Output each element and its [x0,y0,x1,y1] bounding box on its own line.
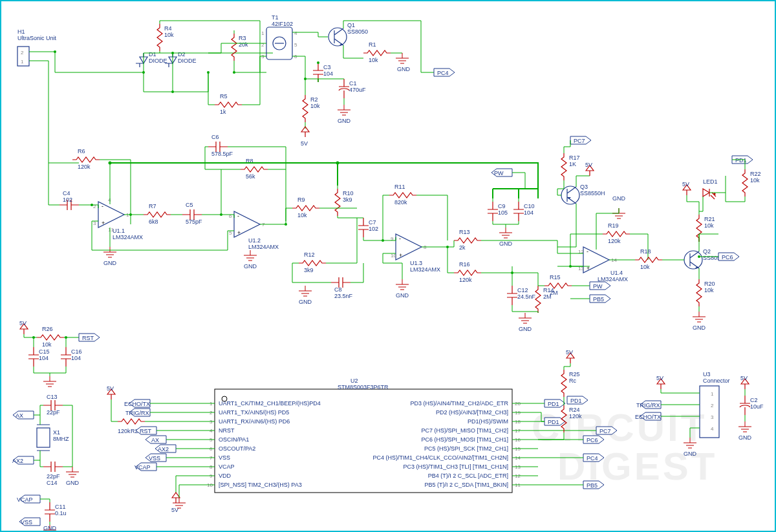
svg-text:PD1: PD1 [548,401,559,407]
svg-text:11: 11 [108,227,114,233]
svg-text:R19: R19 [608,222,619,229]
svg-text:120k: 120k [459,277,472,283]
svg-text:UART1_TX/AIN5/(HS) PD5: UART1_TX/AIN5/(HS) PD5 [219,409,289,416]
svg-text:LM324AMX: LM324AMX [113,234,143,240]
svg-text:R5: R5 [220,93,228,100]
svg-text:VCAP: VCAP [17,496,33,503]
svg-text:AX: AX [16,412,23,419]
svg-text:104: 104 [323,70,333,77]
svg-point-47 [233,71,235,74]
svg-text:5V: 5V [19,320,27,326]
svg-text:2k: 2k [459,244,466,251]
svg-point-6 [54,50,56,53]
svg-text:102: 102 [369,226,378,232]
svg-text:1k: 1k [220,109,226,115]
svg-text:4: 4 [294,30,297,36]
svg-text:6k8: 6k8 [149,218,158,225]
svg-text:AX: AX [151,437,159,443]
svg-text:2: 2 [93,204,96,209]
svg-text:R3: R3 [239,35,246,41]
svg-text:24.5nF: 24.5nF [517,293,536,300]
svg-point-160 [32,336,35,339]
svg-point-100 [109,162,112,165]
svg-text:104: 104 [71,355,81,361]
svg-text:DIODE: DIODE [178,58,197,64]
svg-text:RST: RST [140,428,152,434]
svg-text:PW: PW [593,283,603,290]
svg-text:10k: 10k [42,341,52,348]
svg-text:PB5 (T)/I 2 C_SDA [TIM1_BKIN]: PB5 (T)/I 2 C_SDA [TIM1_BKIN] [424,482,508,488]
svg-text:LM324AMX: LM324AMX [598,276,628,282]
svg-text:C9: C9 [498,203,506,209]
svg-text:PC3 (HS)/TIM1_CH3 [TLI] [TIM1_: PC3 (HS)/TIM1_CH3 [TLI] [TIM1_CH1N] [403,463,508,470]
svg-text:PD1: PD1 [548,419,559,425]
svg-point-11 [142,71,145,74]
svg-text:R1: R1 [369,41,376,48]
svg-text:GND: GND [244,263,257,270]
svg-point-35 [317,61,319,64]
svg-text:AX2: AX2 [158,446,169,452]
svg-text:R22: R22 [750,171,761,177]
svg-text:4: 4 [711,426,714,432]
svg-text:1: 1 [21,59,24,65]
svg-text:102: 102 [63,197,72,203]
svg-text:1K: 1K [569,161,576,167]
svg-text:1: 1 [261,30,264,36]
svg-text:20k: 20k [239,41,248,48]
svg-text:PC5 (HS)/SPI_SCK [TIM2_CH1]: PC5 (HS)/SPI_SCK [TIM2_CH1] [424,445,508,452]
svg-text:R13: R13 [459,229,470,235]
svg-text:PB4 (T)/I 2 C_SCL [ADC_ETR]: PB4 (T)/I 2 C_SCL [ADC_ETR] [428,473,508,479]
svg-text:105: 105 [498,209,508,216]
svg-text:5V: 5V [566,349,573,356]
svg-text:U1.3: U1.3 [410,260,422,266]
svg-text:LM324AMX: LM324AMX [248,244,279,250]
svg-text:VCAP: VCAP [135,464,151,471]
svg-text:R4: R4 [164,25,172,32]
svg-text:DIODE: DIODE [149,58,167,64]
h1-ref: H1 [17,28,25,35]
svg-text:VSS: VSS [21,519,32,526]
svg-text:470uF: 470uF [349,87,366,93]
svg-point-61 [129,213,132,216]
svg-text:R18: R18 [640,248,651,255]
svg-text:PC6 (HS)/SPI_MOSI [TIM1_CH1]: PC6 (HS)/SPI_MOSI [TIM1_CH1] [421,436,508,443]
svg-text:10uF: 10uF [750,403,764,410]
svg-text:2: 2 [711,403,714,409]
svg-text:R16: R16 [459,261,470,268]
svg-text:R24: R24 [569,407,580,413]
svg-text:23.5nF: 23.5nF [334,293,353,299]
svg-text:120k: 120k [608,238,621,244]
svg-text:10k: 10k [297,212,307,218]
svg-text:2M: 2M [550,290,558,296]
svg-point-12 [171,52,174,54]
svg-text:2: 2 [21,50,24,56]
svg-text:AX2: AX2 [12,458,23,464]
svg-text:PD1: PD1 [570,398,582,404]
svg-text:22pF: 22pF [47,473,60,480]
svg-text:ECHO/TX: ECHO/TX [635,414,661,420]
svg-text:R7: R7 [149,203,156,209]
svg-text:PD1(HS)/SWIM: PD1(HS)/SWIM [468,418,508,425]
svg-text:C4: C4 [63,190,70,197]
svg-text:UART1_RX/AIN6/(HS) PD6: UART1_RX/AIN6/(HS) PD6 [219,418,290,425]
svg-text:PB5: PB5 [593,296,604,303]
svg-text:LED1: LED1 [703,178,718,185]
svg-text:Q2: Q2 [703,248,711,255]
svg-text:TRIG/RX: TRIG/RX [636,402,660,409]
svg-text:OSCOUT/PA2: OSCOUT/PA2 [219,445,255,452]
svg-text:10k: 10k [640,264,650,270]
svg-text:GND: GND [499,240,513,247]
svg-text:R2: R2 [310,96,318,103]
svg-text:PC4: PC4 [437,70,449,76]
svg-text:VDD: VDD [219,473,232,479]
svg-text:PD3 (HS)/AIN4/TIM2_CH2/ADC_ETR: PD3 (HS)/AIN4/TIM2_CH2/ADC_ETR [410,400,508,407]
svg-text:NRST: NRST [219,427,235,434]
svg-rect-166 [37,428,50,447]
svg-text:R26: R26 [42,326,53,332]
svg-text:578.5pF: 578.5pF [211,151,233,157]
svg-text:PC4: PC4 [587,455,598,462]
svg-text:SS8550H: SS8550H [580,190,605,197]
svg-text:575pF: 575pF [186,218,202,225]
svg-text:X1: X1 [53,429,60,436]
svg-point-76 [220,213,222,216]
